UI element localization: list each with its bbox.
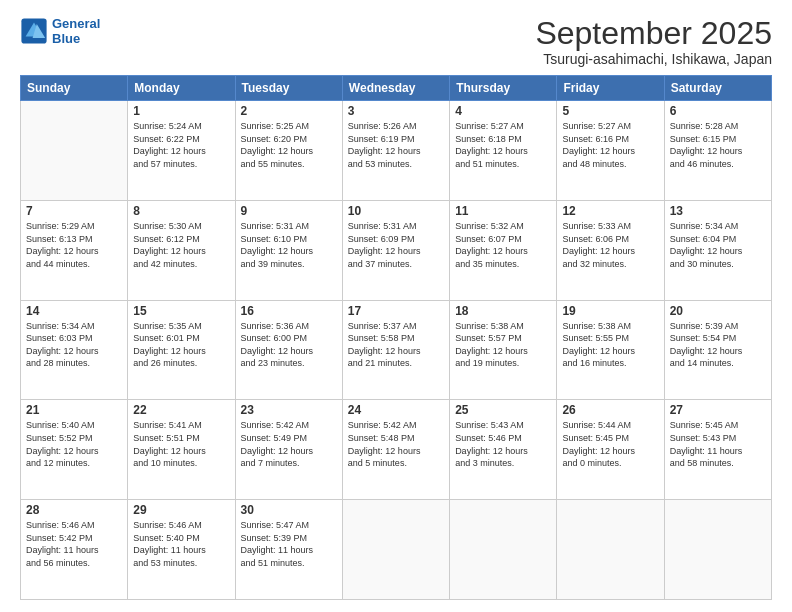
cell-4-4: 24Sunrise: 5:42 AM Sunset: 5:48 PM Dayli… [342, 400, 449, 500]
day-detail: Sunrise: 5:32 AM Sunset: 6:07 PM Dayligh… [455, 220, 551, 270]
week-row-4: 21Sunrise: 5:40 AM Sunset: 5:52 PM Dayli… [21, 400, 772, 500]
cell-5-1: 28Sunrise: 5:46 AM Sunset: 5:42 PM Dayli… [21, 500, 128, 600]
day-detail: Sunrise: 5:35 AM Sunset: 6:01 PM Dayligh… [133, 320, 229, 370]
cell-2-7: 13Sunrise: 5:34 AM Sunset: 6:04 PM Dayli… [664, 200, 771, 300]
day-number: 19 [562, 304, 658, 318]
day-detail: Sunrise: 5:31 AM Sunset: 6:09 PM Dayligh… [348, 220, 444, 270]
day-detail: Sunrise: 5:27 AM Sunset: 6:18 PM Dayligh… [455, 120, 551, 170]
cell-3-6: 19Sunrise: 5:38 AM Sunset: 5:55 PM Dayli… [557, 300, 664, 400]
day-number: 15 [133, 304, 229, 318]
day-detail: Sunrise: 5:41 AM Sunset: 5:51 PM Dayligh… [133, 419, 229, 469]
day-detail: Sunrise: 5:42 AM Sunset: 5:49 PM Dayligh… [241, 419, 337, 469]
col-monday: Monday [128, 76, 235, 101]
header-row: Sunday Monday Tuesday Wednesday Thursday… [21, 76, 772, 101]
day-number: 22 [133, 403, 229, 417]
cell-2-5: 11Sunrise: 5:32 AM Sunset: 6:07 PM Dayli… [450, 200, 557, 300]
cell-2-2: 8Sunrise: 5:30 AM Sunset: 6:12 PM Daylig… [128, 200, 235, 300]
day-detail: Sunrise: 5:40 AM Sunset: 5:52 PM Dayligh… [26, 419, 122, 469]
cell-1-2: 1Sunrise: 5:24 AM Sunset: 6:22 PM Daylig… [128, 101, 235, 201]
day-detail: Sunrise: 5:39 AM Sunset: 5:54 PM Dayligh… [670, 320, 766, 370]
day-detail: Sunrise: 5:37 AM Sunset: 5:58 PM Dayligh… [348, 320, 444, 370]
cell-5-4 [342, 500, 449, 600]
day-number: 8 [133, 204, 229, 218]
day-number: 25 [455, 403, 551, 417]
day-number: 7 [26, 204, 122, 218]
cell-4-1: 21Sunrise: 5:40 AM Sunset: 5:52 PM Dayli… [21, 400, 128, 500]
calendar-table: Sunday Monday Tuesday Wednesday Thursday… [20, 75, 772, 600]
cell-3-1: 14Sunrise: 5:34 AM Sunset: 6:03 PM Dayli… [21, 300, 128, 400]
calendar-subtitle: Tsurugi-asahimachi, Ishikawa, Japan [535, 51, 772, 67]
logo-icon [20, 17, 48, 45]
day-number: 13 [670, 204, 766, 218]
day-number: 10 [348, 204, 444, 218]
day-number: 21 [26, 403, 122, 417]
day-number: 11 [455, 204, 551, 218]
cell-1-1 [21, 101, 128, 201]
day-number: 20 [670, 304, 766, 318]
week-row-2: 7Sunrise: 5:29 AM Sunset: 6:13 PM Daylig… [21, 200, 772, 300]
day-detail: Sunrise: 5:45 AM Sunset: 5:43 PM Dayligh… [670, 419, 766, 469]
day-detail: Sunrise: 5:34 AM Sunset: 6:04 PM Dayligh… [670, 220, 766, 270]
col-thursday: Thursday [450, 76, 557, 101]
title-block: September 2025 Tsurugi-asahimachi, Ishik… [535, 16, 772, 67]
logo: General Blue [20, 16, 100, 46]
cell-1-4: 3Sunrise: 5:26 AM Sunset: 6:19 PM Daylig… [342, 101, 449, 201]
cell-5-6 [557, 500, 664, 600]
day-number: 27 [670, 403, 766, 417]
cell-4-7: 27Sunrise: 5:45 AM Sunset: 5:43 PM Dayli… [664, 400, 771, 500]
cell-2-3: 9Sunrise: 5:31 AM Sunset: 6:10 PM Daylig… [235, 200, 342, 300]
cell-4-6: 26Sunrise: 5:44 AM Sunset: 5:45 PM Dayli… [557, 400, 664, 500]
col-sunday: Sunday [21, 76, 128, 101]
cell-1-5: 4Sunrise: 5:27 AM Sunset: 6:18 PM Daylig… [450, 101, 557, 201]
day-number: 2 [241, 104, 337, 118]
col-tuesday: Tuesday [235, 76, 342, 101]
cell-5-2: 29Sunrise: 5:46 AM Sunset: 5:40 PM Dayli… [128, 500, 235, 600]
logo-text: General Blue [52, 16, 100, 46]
col-friday: Friday [557, 76, 664, 101]
cell-3-3: 16Sunrise: 5:36 AM Sunset: 6:00 PM Dayli… [235, 300, 342, 400]
col-wednesday: Wednesday [342, 76, 449, 101]
cell-1-6: 5Sunrise: 5:27 AM Sunset: 6:16 PM Daylig… [557, 101, 664, 201]
day-detail: Sunrise: 5:43 AM Sunset: 5:46 PM Dayligh… [455, 419, 551, 469]
day-detail: Sunrise: 5:47 AM Sunset: 5:39 PM Dayligh… [241, 519, 337, 569]
cell-4-5: 25Sunrise: 5:43 AM Sunset: 5:46 PM Dayli… [450, 400, 557, 500]
day-number: 17 [348, 304, 444, 318]
day-number: 24 [348, 403, 444, 417]
header: General Blue September 2025 Tsurugi-asah… [20, 16, 772, 67]
day-detail: Sunrise: 5:46 AM Sunset: 5:40 PM Dayligh… [133, 519, 229, 569]
cell-5-3: 30Sunrise: 5:47 AM Sunset: 5:39 PM Dayli… [235, 500, 342, 600]
cell-3-7: 20Sunrise: 5:39 AM Sunset: 5:54 PM Dayli… [664, 300, 771, 400]
day-number: 4 [455, 104, 551, 118]
cell-3-5: 18Sunrise: 5:38 AM Sunset: 5:57 PM Dayli… [450, 300, 557, 400]
day-detail: Sunrise: 5:36 AM Sunset: 6:00 PM Dayligh… [241, 320, 337, 370]
cell-4-3: 23Sunrise: 5:42 AM Sunset: 5:49 PM Dayli… [235, 400, 342, 500]
day-detail: Sunrise: 5:29 AM Sunset: 6:13 PM Dayligh… [26, 220, 122, 270]
day-detail: Sunrise: 5:25 AM Sunset: 6:20 PM Dayligh… [241, 120, 337, 170]
day-detail: Sunrise: 5:27 AM Sunset: 6:16 PM Dayligh… [562, 120, 658, 170]
week-row-1: 1Sunrise: 5:24 AM Sunset: 6:22 PM Daylig… [21, 101, 772, 201]
day-number: 9 [241, 204, 337, 218]
day-detail: Sunrise: 5:24 AM Sunset: 6:22 PM Dayligh… [133, 120, 229, 170]
week-row-3: 14Sunrise: 5:34 AM Sunset: 6:03 PM Dayli… [21, 300, 772, 400]
day-detail: Sunrise: 5:26 AM Sunset: 6:19 PM Dayligh… [348, 120, 444, 170]
col-saturday: Saturday [664, 76, 771, 101]
cell-1-7: 6Sunrise: 5:28 AM Sunset: 6:15 PM Daylig… [664, 101, 771, 201]
day-number: 23 [241, 403, 337, 417]
day-detail: Sunrise: 5:28 AM Sunset: 6:15 PM Dayligh… [670, 120, 766, 170]
day-detail: Sunrise: 5:46 AM Sunset: 5:42 PM Dayligh… [26, 519, 122, 569]
day-detail: Sunrise: 5:33 AM Sunset: 6:06 PM Dayligh… [562, 220, 658, 270]
day-number: 26 [562, 403, 658, 417]
day-number: 12 [562, 204, 658, 218]
cell-5-7 [664, 500, 771, 600]
day-number: 18 [455, 304, 551, 318]
day-number: 6 [670, 104, 766, 118]
page: General Blue September 2025 Tsurugi-asah… [0, 0, 792, 612]
calendar-title: September 2025 [535, 16, 772, 51]
cell-2-4: 10Sunrise: 5:31 AM Sunset: 6:09 PM Dayli… [342, 200, 449, 300]
day-number: 5 [562, 104, 658, 118]
day-number: 14 [26, 304, 122, 318]
day-detail: Sunrise: 5:38 AM Sunset: 5:55 PM Dayligh… [562, 320, 658, 370]
cell-4-2: 22Sunrise: 5:41 AM Sunset: 5:51 PM Dayli… [128, 400, 235, 500]
cell-3-4: 17Sunrise: 5:37 AM Sunset: 5:58 PM Dayli… [342, 300, 449, 400]
day-detail: Sunrise: 5:30 AM Sunset: 6:12 PM Dayligh… [133, 220, 229, 270]
